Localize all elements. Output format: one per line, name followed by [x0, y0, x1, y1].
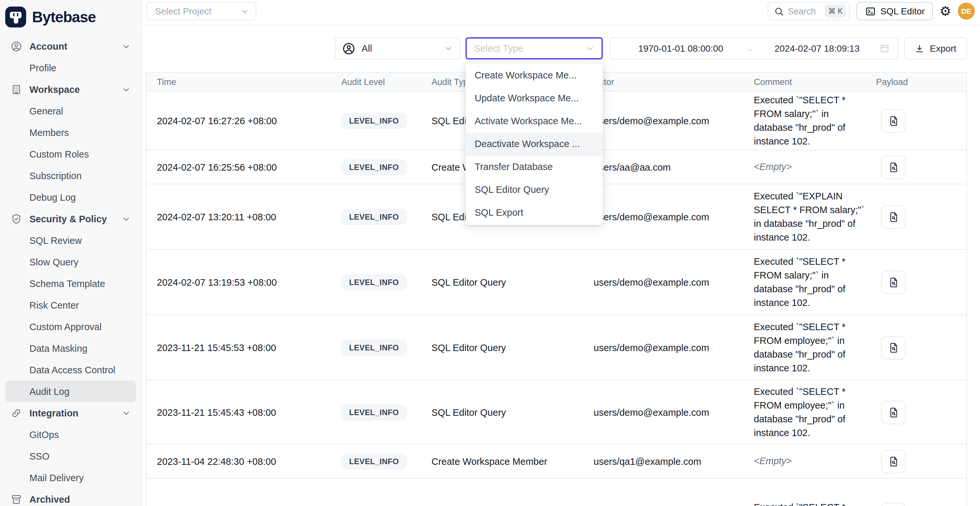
sidebar-item-custom-approval[interactable]: Custom Approval	[5, 316, 136, 337]
sidebar-item-members[interactable]: Members	[5, 122, 136, 143]
gear-icon[interactable]: ⚙	[939, 5, 951, 18]
chevron-down-icon	[444, 44, 453, 53]
search-input[interactable]: Search ⌘ K	[767, 2, 850, 20]
row-actor: users/demo@example.com	[593, 277, 754, 287]
row-comment: <Empty>	[754, 454, 876, 468]
menu-item-update-workspace-member[interactable]: Update Workspace Me...	[466, 87, 603, 110]
sidebar-item-data-masking[interactable]: Data Masking	[5, 337, 136, 359]
sidebar-item-sql-review[interactable]: SQL Review	[5, 229, 136, 251]
chevron-down-icon	[122, 408, 131, 417]
payload-view-button[interactable]	[881, 109, 905, 132]
row-time: 2023-11-04 22:48:30 +08:00	[146, 456, 341, 466]
menu-item-transfer-database[interactable]: Transfer Database	[466, 156, 603, 178]
file-search-icon	[888, 211, 899, 223]
payload-view-button[interactable]	[881, 205, 905, 229]
sidebar-item-risk-center[interactable]: Risk Center	[5, 294, 136, 316]
file-search-icon	[888, 276, 899, 288]
row-payload	[876, 109, 966, 132]
date-start-value: 1970-01-01 08:00:00	[619, 43, 743, 54]
payload-view-button[interactable]	[881, 400, 905, 424]
table-row: 2023-11-04 22:48:30 +08:00 LEVEL_INFO Cr…	[146, 444, 966, 479]
file-search-icon	[888, 161, 899, 173]
menu-item-sql-export[interactable]: SQL Export	[466, 201, 603, 224]
row-actor: users/aa@aa.com	[593, 162, 754, 172]
sidebar-item-mail-delivery[interactable]: Mail Delivery	[5, 467, 136, 488]
sidebar-item-subscription[interactable]: Subscription	[5, 165, 136, 186]
shield-check-icon	[10, 213, 22, 224]
row-comment: Executed `"SELECT * FROM employee;"` in …	[754, 320, 876, 375]
level-badge: LEVEL_INFO	[341, 274, 407, 290]
payload-view-button[interactable]	[881, 155, 905, 179]
level-badge: LEVEL_INFO	[341, 453, 407, 469]
type-filter-menu: Create Workspace Me... Update Workspace …	[466, 64, 603, 225]
file-search-icon	[888, 115, 899, 126]
actor-filter-value: All	[361, 43, 438, 54]
sidebar-group-workspace[interactable]: Workspace	[5, 78, 136, 100]
topbar: Select Project Search ⌘ K SQL Editor ⚙ D…	[142, 0, 980, 25]
row-comment: <Empty>	[754, 160, 876, 174]
avatar[interactable]: DE	[958, 3, 975, 20]
row-time: 2024-02-07 16:27:26 +08:00	[146, 115, 341, 126]
sidebar-item-gitops[interactable]: GitOps	[5, 423, 136, 445]
row-time: 2024-02-07 13:19:53 +08:00	[146, 277, 341, 287]
row-type: Create Workspace Member	[431, 456, 593, 466]
row-level: LEVEL_INFO	[341, 209, 431, 224]
brand-logo[interactable]: Bytebase	[0, 0, 141, 30]
column-header-comment: Comment	[754, 77, 876, 87]
payload-view-button[interactable]	[881, 336, 905, 359]
project-select[interactable]: Select Project	[146, 2, 256, 20]
sidebar-item-general[interactable]: General	[5, 100, 136, 122]
sidebar-item-debug-log[interactable]: Debug Log	[5, 186, 136, 208]
menu-item-sql-editor-query[interactable]: SQL Editor Query	[466, 178, 603, 201]
file-search-icon	[888, 342, 899, 353]
menu-item-create-workspace-member[interactable]: Create Workspace Me...	[466, 64, 603, 87]
sidebar-group-account[interactable]: Account	[5, 35, 136, 57]
row-payload	[876, 503, 966, 506]
date-end-value: 2024-02-07 18:09:13	[755, 43, 879, 54]
type-filter-select[interactable]: Select Type	[466, 37, 603, 59]
level-badge: LEVEL_INFO	[341, 404, 407, 420]
chevron-down-icon	[586, 44, 595, 53]
row-comment: Executed `"SELECT * FROM salary;"` in da…	[754, 255, 876, 310]
row-time: 2023-11-21 15:45:53 +08:00	[146, 342, 341, 353]
payload-view-button[interactable]	[881, 271, 905, 294]
column-header-payload: Payload	[876, 77, 966, 87]
row-payload	[876, 400, 966, 424]
sidebar-group-integration[interactable]: Integration	[5, 402, 136, 423]
sidebar-group-security-policy[interactable]: Security & Policy	[5, 208, 136, 229]
sidebar-item-archived[interactable]: Archived	[5, 488, 136, 506]
user-circle-icon	[342, 41, 356, 55]
sidebar-item-schema-template[interactable]: Schema Template	[5, 273, 136, 294]
row-time: 2024-02-07 16:25:56 +08:00	[146, 162, 341, 172]
sidebar-item-audit-log[interactable]: Audit Log	[5, 380, 136, 402]
sidebar-item-data-access-control[interactable]: Data Access Control	[5, 359, 136, 380]
export-button[interactable]: Export	[904, 37, 967, 59]
row-comment: Executed `"SELECT * FROM department;"` i…	[754, 500, 876, 506]
row-level: LEVEL_INFO	[341, 113, 431, 129]
row-level: LEVEL_INFO	[341, 340, 431, 355]
row-level: LEVEL_INFO	[341, 159, 431, 175]
sidebar-item-sso[interactable]: SSO	[5, 445, 136, 467]
sidebar-item-custom-roles[interactable]: Custom Roles	[5, 143, 136, 165]
row-actor: users/demo@example.com	[593, 342, 754, 353]
row-actor: users/qa1@example.com	[593, 456, 754, 466]
date-range-picker[interactable]: 1970-01-01 08:00:00 → 2024-02-07 18:09:1…	[610, 37, 898, 59]
menu-item-deactivate-workspace-member[interactable]: Deactivate Workspace ...	[466, 133, 603, 156]
payload-view-button[interactable]	[881, 449, 905, 473]
column-header-time: Time	[146, 77, 341, 87]
menu-item-activate-workspace-member[interactable]: Activate Workspace Me...	[466, 110, 603, 133]
row-comment: Executed `"SELECT * FROM salary;"` in da…	[754, 93, 876, 148]
chevron-down-icon	[122, 41, 131, 51]
payload-view-button[interactable]	[881, 503, 905, 506]
column-header-audit-level: Audit Level	[341, 77, 431, 87]
row-payload	[876, 271, 966, 294]
actor-filter-select[interactable]: All	[335, 37, 460, 59]
audit-log-page: Bytebase Account Profile Workspace	[0, 0, 980, 506]
row-comment: Executed `"SELECT * FROM employee;"` in …	[754, 385, 876, 440]
sidebar-item-slow-query[interactable]: Slow Query	[5, 251, 136, 273]
row-actor: users/demo@example.com	[593, 407, 754, 417]
sidebar-item-profile[interactable]: Profile	[5, 57, 136, 78]
sql-editor-button[interactable]: SQL Editor	[856, 2, 933, 20]
table-row: 2023-11-21 15:45:53 +08:00 LEVEL_INFO SQ…	[146, 315, 966, 380]
level-badge: LEVEL_INFO	[341, 209, 407, 224]
